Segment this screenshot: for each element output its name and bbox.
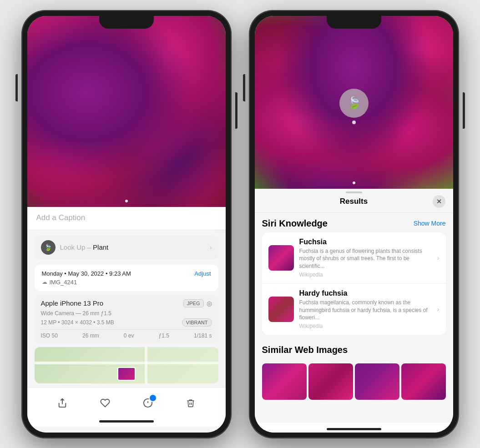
hardy-fuchsia-chevron-icon: ›	[437, 306, 440, 313]
similar-image-3[interactable]	[355, 363, 399, 400]
exif-focal: 26 mm	[82, 332, 99, 339]
home-indicator-right	[327, 428, 381, 430]
results-photo-area: 🍃	[255, 16, 453, 189]
fuchsia-thumb-image	[268, 245, 294, 271]
meta-block: Monday • May 30, 2022 • 9:23 AM Adjust ☁…	[35, 265, 218, 291]
map-road-horizontal	[35, 362, 218, 364]
exif-shutter: 1/181 s	[194, 332, 212, 339]
notch	[99, 16, 154, 29]
info-panel: Add a Caption 🍃 Look Up – Plant › Monday…	[27, 207, 226, 433]
show-more-button[interactable]: Show More	[414, 220, 446, 227]
exif-ev: 0 ev	[124, 332, 134, 339]
map-area[interactable]	[35, 347, 218, 383]
map-background	[35, 347, 218, 383]
knowledge-item-fuchsia[interactable]: Fuchsia Fuchsia is a genus of flowering …	[262, 232, 446, 283]
right-phone-screen: 🍃 Results ✕	[255, 16, 453, 433]
exif-iso: ISO 50	[41, 332, 58, 339]
fuchsia-name: Fuchsia	[299, 238, 430, 246]
siri-bubble: 🍃	[339, 89, 369, 118]
map-photo-thumbnail	[117, 367, 136, 381]
mp-info: 12 MP • 3024 × 4032 • 3.5 MB	[41, 319, 114, 326]
similar-image-1[interactable]	[262, 363, 307, 400]
home-indicator	[99, 420, 154, 423]
info-badge	[151, 395, 156, 400]
hardy-fuchsia-description: Fuchsia magellanica, commonly known as t…	[299, 299, 430, 322]
similar-images-grid	[262, 363, 446, 400]
page-dot-indicator	[125, 200, 128, 202]
photo-area[interactable]	[27, 16, 226, 207]
device-name: Apple iPhone 13 Pro	[41, 299, 104, 307]
left-phone-screen: Add a Caption 🍃 Look Up – Plant › Monday…	[27, 16, 226, 433]
filename-label: IMG_4241	[50, 279, 77, 286]
similar-image-2[interactable]	[308, 363, 353, 400]
camera-spec: Wide Camera — 26 mm ƒ1.5	[41, 310, 212, 317]
toolbar	[27, 387, 226, 417]
info-button[interactable]	[138, 393, 158, 413]
knowledge-card: Fuchsia Fuchsia is a genus of flowering …	[262, 232, 446, 335]
close-button[interactable]: ✕	[433, 195, 445, 208]
similar-images-title: Similar Web Images	[262, 345, 348, 355]
similar-image-4[interactable]	[401, 363, 446, 400]
exif-aperture: ƒ1.5	[159, 332, 169, 339]
knowledge-item-hardy-fuchsia[interactable]: Hardy fuchsia Fuchsia magellanica, commo…	[262, 283, 446, 335]
lookup-bar[interactable]: 🍃 Look Up – Plant ›	[35, 236, 218, 259]
map-thumb-image	[118, 368, 135, 380]
photo-date: Monday • May 30, 2022 • 9:23 AM	[42, 270, 131, 277]
share-button[interactable]	[52, 393, 72, 413]
similar-web-images-section: Similar Web Images	[255, 339, 453, 400]
vibrant-badge: VIBRANT	[182, 318, 212, 327]
favorite-button[interactable]	[95, 393, 115, 413]
device-block: Apple iPhone 13 Pro JPEG ◎ Wide Camera —…	[35, 295, 218, 343]
fuchsia-description: Fuchsia is a genus of flowering plants t…	[299, 247, 430, 270]
results-title: Results	[340, 197, 368, 206]
map-road-vertical	[145, 347, 147, 383]
right-phone: 🍃 Results ✕	[249, 10, 459, 438]
siri-bubble-dot	[352, 121, 356, 124]
results-panel: Results ✕ Siri Knowledge Show More	[255, 189, 453, 433]
delete-button[interactable]	[181, 393, 201, 413]
siri-knowledge-header: Siri Knowledge Show More	[255, 213, 453, 232]
similar-images-header: Similar Web Images	[262, 339, 446, 363]
caption-area[interactable]: Add a Caption	[27, 207, 226, 230]
notch-right	[327, 16, 381, 29]
visual-lookup-icon: 🍃	[41, 240, 56, 255]
fuchsia-thumbnail	[268, 245, 294, 271]
hardy-fuchsia-source: Wikipedia	[299, 323, 430, 329]
jpeg-badge: JPEG	[183, 299, 204, 307]
flower-image	[27, 16, 226, 207]
fuchsia-info: Fuchsia Fuchsia is a genus of flowering …	[299, 238, 430, 278]
left-phone: Add a Caption 🍃 Look Up – Plant › Monday…	[22, 10, 231, 438]
fuchsia-chevron-icon: ›	[437, 254, 440, 262]
cloud-icon: ☁	[42, 279, 47, 285]
caption-placeholder[interactable]: Add a Caption	[36, 213, 86, 222]
location-icon: ◎	[207, 300, 212, 307]
hardy-fuchsia-thumbnail	[268, 297, 294, 322]
home-bar-right	[255, 423, 453, 433]
hardy-fuchsia-thumb-image	[268, 297, 294, 322]
siri-knowledge-title: Siri Knowledge	[262, 218, 328, 229]
results-page-dot	[353, 181, 355, 184]
fuchsia-source: Wikipedia	[299, 272, 430, 278]
hardy-fuchsia-info: Hardy fuchsia Fuchsia magellanica, commo…	[299, 289, 430, 329]
drag-indicator	[346, 191, 362, 193]
lookup-label[interactable]: Look Up – Plant	[60, 243, 205, 251]
lookup-chevron-icon: ›	[210, 244, 212, 251]
home-bar	[27, 417, 226, 427]
adjust-button[interactable]: Adjust	[194, 270, 211, 277]
hardy-fuchsia-name: Hardy fuchsia	[299, 289, 430, 297]
